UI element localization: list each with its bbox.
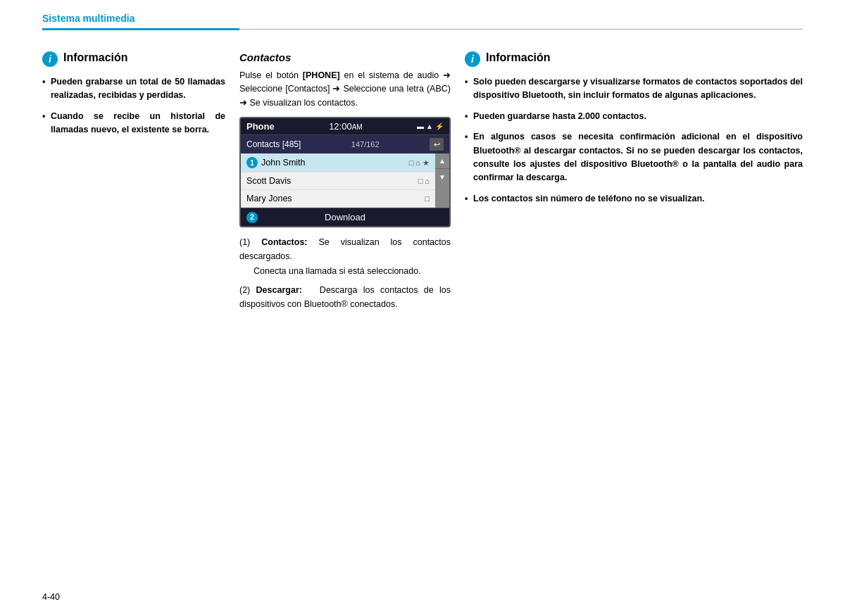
middle-column: Contactos Pulse el botón [PHONE] en el s…	[239, 51, 451, 317]
list-item: Cuando se recibe un historial de llamada…	[42, 110, 225, 137]
phone-icon: □	[409, 158, 414, 167]
phone-icon: □	[418, 177, 423, 185]
info-icon-left: i	[42, 51, 58, 67]
contact-name-1: 1 John Smith	[246, 157, 306, 168]
left-column: i Información Pueden grabarse un total d…	[42, 51, 225, 317]
battery-icon: ▬	[417, 122, 424, 130]
contactos-numbered-list: (1) Contactos: Se visualizan los contact…	[239, 236, 451, 311]
list-item-1: (1) Contactos: Se visualizan los contact…	[239, 236, 451, 278]
signal-icon: ▲	[426, 122, 433, 130]
info-icon-right: i	[465, 51, 480, 67]
phone-time: 12:00AM	[329, 121, 363, 132]
home-icon: ⌂	[415, 158, 420, 167]
right-column: i Información Solo pueden descargarse y …	[465, 51, 803, 317]
contacts-list: 1 John Smith □ ⌂ ★ Scott Davis	[241, 153, 449, 208]
gray-line	[239, 29, 803, 30]
list-item: Pueden guardarse hasta 2.000 contactos.	[465, 110, 803, 123]
download-num-icon: 2	[246, 212, 258, 223]
contacts-label: Contacts [485]	[246, 139, 301, 149]
list-item: Los contactos sin número de teléfono no …	[465, 192, 803, 206]
section-title: Sistema multimedia	[42, 13, 135, 27]
contact-name-3: Mary Jones	[246, 194, 292, 203]
contact-row-2[interactable]: Scott Davis □ ⌂	[241, 172, 435, 190]
phone-header-bar: Phone 12:00AM ▬ ▲ ⚡	[241, 118, 449, 134]
phone-download-bar[interactable]: 2 Download	[241, 208, 449, 226]
contactos-intro: Pulse el botón [PHONE] en el sistema de …	[239, 69, 451, 110]
scroll-buttons: ▲ ▼	[435, 153, 449, 208]
main-content: i Información Pueden grabarse un total d…	[0, 30, 845, 331]
home-icon: ⌂	[425, 177, 430, 185]
contact-num-icon: 1	[246, 157, 258, 168]
left-bullet-list: Pueden grabarse un total de 50 llamadas …	[42, 75, 225, 137]
contact-row-1[interactable]: 1 John Smith □ ⌂ ★	[241, 153, 435, 172]
phone-icon: □	[425, 194, 430, 203]
scroll-down-button[interactable]: ▼	[435, 169, 449, 184]
contact-name-2: Scott Davis	[246, 176, 291, 186]
left-info-box: i Información	[42, 51, 225, 67]
list-item: Pueden grabarse un total de 50 llamadas …	[42, 75, 225, 103]
indent-text-1: Conecta una llamada si está seleccionado…	[239, 265, 451, 278]
list-item: Solo pueden descargarse y visualizarse f…	[465, 75, 803, 103]
page-footer: 4-40	[42, 592, 60, 602]
phone-status-icons: ▬ ▲ ⚡	[417, 122, 444, 130]
scroll-up-button[interactable]: ▲	[435, 153, 449, 169]
right-info-title: Información	[486, 51, 551, 64]
list-item-2: (2) Descargar: Descarga los contactos de…	[239, 284, 451, 311]
contact-1-icons: □ ⌂ ★	[409, 158, 430, 168]
contact-row-3[interactable]: Mary Jones □	[241, 190, 435, 208]
phone-screen: Phone 12:00AM ▬ ▲ ⚡ Contacts [485] 147/1…	[239, 117, 451, 227]
page-number: 4-40	[42, 592, 60, 602]
phone-back-button[interactable]: ↩	[430, 138, 444, 151]
list-item: En algunos casos se necesita confirmació…	[465, 130, 803, 185]
contacts-count: 147/162	[351, 140, 380, 149]
contact-2-icons: □ ⌂	[418, 177, 430, 185]
blue-line	[42, 28, 239, 30]
contacts-rows: 1 John Smith □ ⌂ ★ Scott Davis	[241, 153, 435, 208]
download-label: Download	[325, 212, 365, 222]
contact-3-icons: □	[425, 194, 430, 203]
right-bullet-list: Solo pueden descargarse y visualizarse f…	[465, 75, 803, 206]
contactos-title: Contactos	[239, 51, 451, 63]
star-icon: ★	[423, 158, 430, 168]
phone-title: Phone	[246, 121, 275, 132]
left-info-title: Información	[63, 51, 128, 64]
bluetooth-icon: ⚡	[435, 122, 444, 130]
phone-contacts-bar: Contacts [485] 147/162 ↩	[241, 134, 449, 153]
page-header: Sistema multimedia	[0, 0, 845, 30]
right-info-box: i Información	[465, 51, 803, 67]
